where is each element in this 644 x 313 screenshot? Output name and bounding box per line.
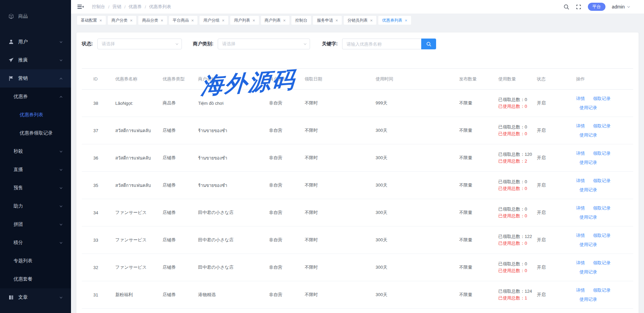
keyword-input[interactable] — [342, 39, 421, 49]
tab-平台商品[interactable]: 平台商品× — [169, 16, 198, 25]
sidebar-item-直播[interactable]: 直播 — [0, 161, 71, 179]
tab-基础配置[interactable]: 基础配置× — [77, 16, 106, 25]
search-button[interactable] — [421, 39, 436, 49]
sidebar-item-预售[interactable]: 预售 — [0, 179, 71, 197]
breadcrumb-item[interactable]: 营销 — [113, 4, 121, 10]
sidebar-item-营销[interactable]: 营销 — [0, 69, 71, 88]
open-tabs-bar: 基础配置×商户分类×商品分类×平台商品×用户分组×用户列表×商户列表×控制台服务… — [71, 14, 644, 27]
receive-record-link[interactable]: 领取记录 — [593, 233, 611, 239]
received-total-label: 已领取总数： — [498, 289, 525, 294]
cell-usage-qty: 已领取总数：124 已使用总数：1 — [498, 288, 537, 302]
detail-link[interactable]: 详情 — [576, 287, 585, 293]
use-record-link[interactable]: 使用记录 — [579, 242, 597, 247]
sidebar-item-优惠券列表[interactable]: 优惠券列表 — [0, 106, 71, 124]
receive-record-link[interactable]: 领取记录 — [593, 123, 611, 129]
use-record-link[interactable]: 使用记录 — [579, 269, 597, 274]
tab-商品分类[interactable]: 商品分类× — [138, 16, 167, 25]
tab-优惠券列表[interactable]: 优惠券列表× — [378, 16, 411, 25]
cell-use-time: 300天 — [376, 182, 459, 188]
sidebar-item-优惠券领取记录[interactable]: 优惠券领取记录 — [0, 124, 71, 142]
search-icon[interactable] — [564, 4, 569, 10]
close-icon[interactable]: × — [161, 18, 163, 23]
tab-商户列表[interactable]: 商户列表× — [261, 16, 290, 25]
close-icon[interactable]: × — [335, 18, 338, 23]
chevron-down-icon — [59, 40, 63, 44]
cell-merchant-category: 非自营 — [269, 264, 305, 270]
fullscreen-icon[interactable] — [576, 4, 581, 10]
sidebar-item-label: 专题列表 — [14, 258, 63, 264]
close-icon[interactable]: × — [130, 18, 133, 23]
sidebar-collapse-icon[interactable] — [77, 4, 84, 9]
sidebar-item-文章[interactable]: 文章 — [0, 288, 71, 307]
keyword-label: 关键字: — [322, 41, 338, 47]
close-icon[interactable]: × — [253, 18, 255, 23]
detail-link[interactable]: 详情 — [576, 123, 585, 129]
sidebar-item-用户[interactable]: 用户 — [0, 33, 71, 51]
detail-link[interactable]: 详情 — [576, 150, 585, 156]
sidebar-item-专题列表[interactable]: 专题列表 — [0, 252, 71, 270]
detail-link[interactable]: 详情 — [576, 96, 585, 102]
cell-merchant-category: 非自营 — [269, 237, 305, 243]
close-icon[interactable]: × — [99, 18, 102, 23]
use-record-link[interactable]: 使用记录 — [579, 105, 597, 110]
detail-link[interactable]: 详情 — [576, 205, 585, 211]
cell-usage-qty: 已领取总数：0 已使用总数：0 — [498, 96, 537, 110]
sidebar-item[interactable] — [0, 307, 71, 313]
received-total-value: 0 — [525, 179, 527, 184]
tab-商户分类[interactable]: 商户分类× — [108, 16, 137, 25]
user-menu[interactable]: admin — [612, 4, 630, 9]
status-select[interactable]: 请选择 — [97, 39, 182, 49]
cell-merchant-category: 非自营 — [269, 127, 305, 134]
cell-coupon-name: สวัสดีการแฟนคลับ — [115, 127, 163, 134]
close-icon[interactable]: × — [370, 18, 373, 23]
detail-link[interactable]: 详情 — [576, 178, 585, 184]
breadcrumb-item[interactable]: 优惠券列表 — [149, 4, 171, 10]
used-total-label: 已使用总数： — [498, 104, 525, 109]
tab-控制台[interactable]: 控制台 — [291, 16, 311, 25]
sidebar-item-label: 优惠券领取记录 — [20, 130, 63, 136]
sidebar-item-优惠套餐[interactable]: 优惠套餐 — [0, 270, 71, 288]
receive-record-link[interactable]: 领取记录 — [593, 178, 611, 184]
detail-link[interactable]: 详情 — [576, 260, 585, 266]
used-total-label: 已使用总数： — [498, 186, 525, 191]
sidebar-item-优惠券[interactable]: 优惠券 — [0, 88, 71, 106]
chevron-down-icon — [627, 5, 630, 9]
use-record-link[interactable]: 使用记录 — [579, 215, 597, 220]
sidebar-item-推廣[interactable]: 推廣 — [0, 51, 71, 69]
cell-merchant-category: 非自营 — [269, 292, 305, 298]
close-icon[interactable]: × — [222, 18, 224, 23]
sidebar-item-商品[interactable]: 商品 — [0, 7, 71, 25]
use-record-link[interactable]: 使用记录 — [579, 133, 597, 138]
use-record-link[interactable]: 使用记录 — [579, 297, 597, 302]
platform-badge[interactable]: 平台 — [588, 3, 605, 11]
receive-record-link[interactable]: 领取记录 — [593, 287, 611, 293]
tab-用户分组[interactable]: 用户分组× — [199, 16, 228, 25]
detail-link[interactable]: 详情 — [576, 233, 585, 239]
breadcrumb-item[interactable]: 控制台 — [92, 4, 105, 10]
sidebar-item-秒殺[interactable]: 秒殺 — [0, 142, 71, 161]
use-record-link[interactable]: 使用记录 — [579, 160, 597, 165]
use-record-link[interactable]: 使用记录 — [579, 187, 597, 192]
used-total-value: 0 — [525, 104, 527, 109]
close-icon[interactable]: × — [191, 18, 194, 23]
cell-status: 开启 — [537, 210, 576, 216]
tab-用户列表[interactable]: 用户列表× — [230, 16, 259, 25]
receive-record-link[interactable]: 领取记录 — [593, 150, 611, 156]
tab-服务申请[interactable]: 服务申请× — [313, 16, 342, 25]
cell-receive-date: 不限时 — [305, 155, 376, 161]
sidebar-item-助力[interactable]: 助力 — [0, 197, 71, 215]
close-icon[interactable]: × — [283, 18, 286, 23]
close-icon[interactable]: × — [405, 18, 407, 23]
breadcrumb-item[interactable]: 优惠券 — [128, 4, 142, 10]
receive-record-link[interactable]: 领取记录 — [593, 96, 611, 102]
receive-record-link[interactable]: 领取记录 — [593, 205, 611, 211]
receive-record-link[interactable]: 领取记录 — [593, 260, 611, 266]
sidebar-item-label: 商品 — [18, 13, 63, 19]
tab-分销员列表[interactable]: 分销员列表× — [344, 16, 377, 25]
user-icon — [8, 39, 14, 45]
sidebar-item-積分[interactable]: 積分 — [0, 234, 71, 252]
merchant-category-select[interactable]: 请选择 — [218, 39, 310, 49]
cell-use-time: 300天 — [376, 127, 459, 134]
used-total-label: 已使用总数： — [498, 241, 525, 246]
sidebar-item-拼团[interactable]: 拼团 — [0, 215, 71, 234]
